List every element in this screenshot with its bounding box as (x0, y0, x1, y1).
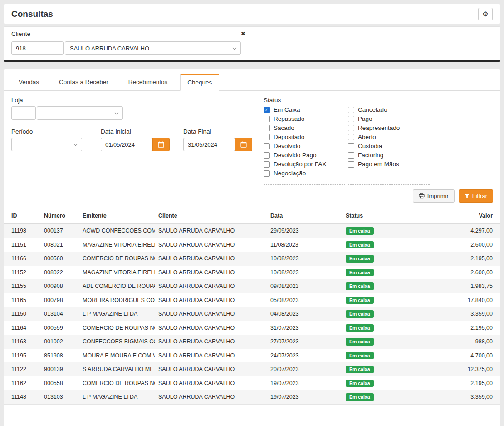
cell-status: Em caixa (342, 390, 425, 404)
checkbox-unchecked-icon[interactable] (348, 116, 354, 122)
cell-status: Em caixa (342, 349, 425, 363)
status-option-factoring[interactable]: Factoring (348, 152, 430, 159)
loja-label: Loja (11, 97, 264, 104)
cell-valor: 4.700,00 (425, 349, 500, 363)
cell-numero: 013104 (40, 307, 79, 321)
status-option-devolvido[interactable]: Devolvido (264, 143, 345, 149)
status-option-cancelado[interactable]: Cancelado (348, 106, 430, 113)
checkbox-unchecked-icon[interactable] (264, 116, 270, 122)
loja-code-input[interactable] (11, 106, 36, 120)
status-option-custodia[interactable]: Custódia (348, 143, 430, 149)
cliente-card: Cliente ✖ SAULO ARRUDA CARVALHO (4, 26, 500, 62)
table-row[interactable]: 11198000137ACWD CONFECCOES COMER…SAULO A… (4, 223, 500, 238)
data-inicial-input[interactable] (101, 138, 152, 151)
status-option-devolvido-pago[interactable]: Devolvido Pago (264, 152, 345, 159)
periodo-select[interactable] (11, 138, 82, 151)
imprimir-label: Imprimir (427, 193, 449, 199)
cell-cliente: SAULO ARRUDA CARVALHO (155, 266, 267, 280)
checkbox-checked-icon[interactable]: ✓ (264, 107, 270, 113)
cell-cliente: SAULO ARRUDA CARVALHO (155, 252, 267, 266)
tab-vendas[interactable]: Vendas (11, 73, 46, 90)
status-option-negociacao[interactable]: Negociação (264, 170, 345, 177)
cell-data: 05/08/2023 (267, 293, 342, 307)
status-option-sacado[interactable]: Sacado (264, 124, 345, 131)
status-badge: Em caixa (346, 352, 374, 360)
table-row[interactable]: 11152008022MAGAZINE VITORIA EIRELI MESAU… (4, 266, 500, 280)
column-header-emitente: Emitente (79, 208, 155, 224)
status-option-em-caixa[interactable]: ✓Em Caixa (264, 106, 345, 113)
checkbox-unchecked-icon[interactable] (264, 161, 270, 168)
cell-data: 29/09/2023 (267, 223, 342, 238)
table-row[interactable]: 11163001002CONFECCOES BIGMAIS COM…SAULO … (4, 335, 500, 349)
status-badge: Em caixa (346, 338, 374, 346)
cell-data: 10/08/2023 (267, 266, 342, 280)
cell-id: 11164 (4, 321, 40, 335)
data-inicial-label: Data Inicial (101, 128, 170, 135)
status-option-pago[interactable]: Pago (348, 115, 430, 122)
cell-emitente: MAGAZINE VITORIA EIRELI ME (79, 238, 155, 252)
filters: Loja Período (4, 91, 500, 185)
clear-cliente-icon[interactable]: ✖ (241, 30, 245, 37)
data-final-calendar-button[interactable] (235, 138, 252, 151)
cliente-code-input[interactable] (11, 41, 64, 55)
cell-status: Em caixa (342, 321, 425, 335)
cell-cliente: SAULO ARRUDA CARVALHO (155, 293, 267, 307)
column-header-status: Status (342, 208, 425, 224)
checkbox-unchecked-icon[interactable] (264, 152, 270, 159)
tab-contas-a-receber[interactable]: Contas a Receber (52, 73, 116, 90)
table-row[interactable]: 11164000559COMERCIO DE ROUPAS NOV…SAULO … (4, 321, 500, 335)
checkbox-unchecked-icon[interactable] (264, 134, 270, 140)
table-row[interactable]: 11155000908ADL COMERCIO DE ROUPAS …SAULO… (4, 279, 500, 293)
checkbox-unchecked-icon[interactable] (348, 125, 354, 131)
status-option-devolucao-por-fax[interactable]: Devolução por FAX (264, 161, 345, 168)
tab-recebimentos[interactable]: Recebimentos (121, 73, 175, 90)
settings-button[interactable]: ⚙ (478, 8, 493, 20)
status-option-repassado[interactable]: Repassado (264, 115, 345, 122)
checkbox-unchecked-icon[interactable] (348, 134, 354, 140)
status-option-aberto[interactable]: Aberto (348, 134, 430, 140)
status-badge: Em caixa (346, 393, 374, 401)
status-option-depositado[interactable]: Depositado (264, 134, 345, 140)
cell-data: 27/07/2023 (267, 335, 342, 349)
imprimir-button[interactable]: Imprimir (413, 189, 455, 203)
column-header-id: ID (4, 208, 40, 224)
table-row[interactable]: 11122900139S ARRUDA CARVALHO MESAULO ARR… (4, 362, 500, 376)
cell-emitente: COMERCIO DE ROUPAS NOV… (79, 376, 155, 391)
filtrar-label: Filtrar (472, 193, 487, 199)
cell-numero: 008021 (40, 238, 79, 252)
table-row[interactable]: 11166000560COMERCIO DE ROUPAS NOV…SAULO … (4, 252, 500, 266)
status-option-label: Reapresentado (358, 124, 400, 131)
checkbox-unchecked-icon[interactable] (264, 170, 270, 177)
chevron-down-icon (233, 45, 236, 49)
loja-select[interactable] (37, 106, 123, 120)
status-badge: Em caixa (346, 310, 374, 318)
cell-valor: 2.600,00 (425, 238, 500, 252)
cell-id: 11162 (4, 376, 40, 391)
table-row[interactable]: 11195851908MOURA E MOURA E COM VAR…SAULO… (4, 349, 500, 363)
checkbox-unchecked-icon[interactable] (348, 143, 354, 149)
tab-cheques[interactable]: Cheques (180, 74, 219, 91)
cliente-name-select[interactable]: SAULO ARRUDA CARVALHO (65, 41, 241, 55)
page: Consultas ⚙ Cliente ✖ SAULO ARRUDA CARVA… (0, 0, 504, 426)
status-option-label: Devolvido Pago (274, 152, 317, 159)
table-row[interactable]: 11165000798MOREIRA RODRIGUES COME…SAULO … (4, 293, 500, 307)
filtrar-button[interactable]: Filtrar (459, 189, 493, 203)
checkbox-unchecked-icon[interactable] (264, 125, 270, 131)
checkbox-unchecked-icon[interactable] (348, 107, 354, 113)
status-option-reapresentado[interactable]: Reapresentado (348, 124, 430, 131)
table-row[interactable]: 11150013104L P MAGAZINE LTDASAULO ARRUDA… (4, 307, 500, 321)
table-row[interactable]: 11151008021MAGAZINE VITORIA EIRELI MESAU… (4, 238, 500, 252)
status-badge: Em caixa (346, 297, 374, 304)
chevron-down-icon (115, 110, 118, 114)
status-option-pago-em-maos[interactable]: Pago em Mãos (348, 161, 430, 168)
checkbox-unchecked-icon[interactable] (348, 161, 354, 168)
data-inicial-calendar-button[interactable] (152, 138, 170, 151)
table-row[interactable]: 11148013103L P MAGAZINE LTDASAULO ARRUDA… (4, 390, 500, 404)
checkbox-unchecked-icon[interactable] (264, 143, 270, 149)
cell-valor: 2.195,00 (425, 321, 500, 335)
status-badge: Em caixa (346, 282, 374, 290)
status-option-label: Depositado (274, 134, 304, 140)
table-row[interactable]: 11162000558COMERCIO DE ROUPAS NOV…SAULO … (4, 376, 500, 391)
data-final-input[interactable] (183, 138, 235, 151)
checkbox-unchecked-icon[interactable] (348, 152, 354, 159)
